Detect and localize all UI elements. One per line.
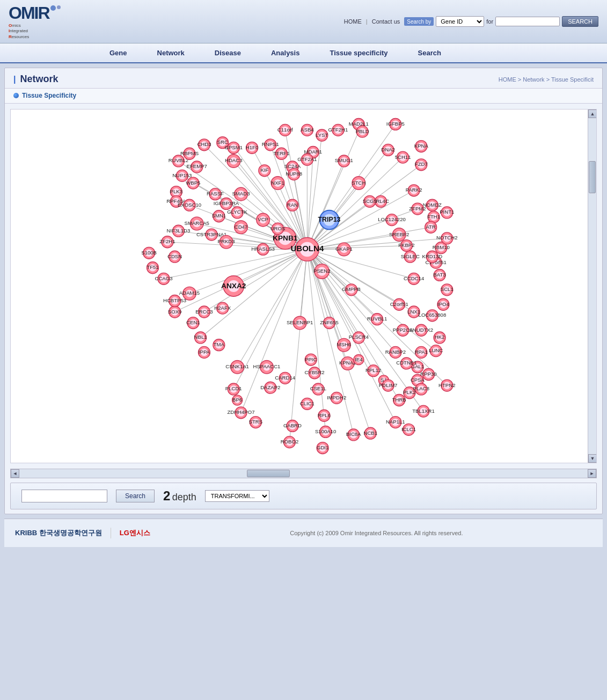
node-lyst[interactable]: LYST [316,129,328,141]
node-kpna[interactable]: KPNA [414,141,429,152]
node-rpa1[interactable]: RPA1 [415,347,428,359]
scrollbar-track[interactable] [588,118,596,454]
node-ccdc14[interactable]: CCDC14 [404,273,425,285]
node-ie4[interactable]: IE4 [354,355,364,365]
node-nbl1[interactable]: NBL1 [194,332,207,344]
node-dazap2[interactable]: DAZAP2 [260,382,280,393]
node-bp6[interactable]: BP6 [232,395,243,405]
node-pbld[interactable]: PBLD [356,126,369,137]
node-robo2[interactable]: ROBO2 [281,436,299,448]
node-scg5[interactable]: SCG5 [363,196,377,208]
node-fkbp2[interactable]: FKBP2 [398,240,414,252]
node-ppic[interactable]: PPIC [305,354,317,366]
nav-disease[interactable]: Disease [200,43,256,62]
contact-link[interactable]: Contact us [372,18,400,25]
search-for-input[interactable] [495,17,560,26]
home-link[interactable]: HOME [344,18,362,25]
node-loc653808[interactable]: LOC653808 [419,310,447,322]
scroll-down-button[interactable]: ▼ [588,454,597,463]
node-cyb5r2[interactable]: CYB5R2 [304,367,324,379]
node-tf51[interactable]: TF51 [147,262,158,274]
tissue-specificity-tab[interactable]: Tissue Specificity [13,92,76,99]
node-s100a10[interactable]: S100A10 [315,426,336,438]
node-asb4[interactable]: ASB4 [301,125,314,136]
node-msh6[interactable]: MSH6 [337,339,352,352]
node-kif[interactable]: KIF [259,165,270,177]
node-sreebf2[interactable]: SREBF2 [389,228,409,242]
node-vcp[interactable]: VCP [257,213,270,227]
node-anxa2[interactable]: ANXA2 [221,276,246,296]
node-rassf[interactable]: RASSF [207,188,224,200]
transform-select[interactable]: TRANSFORMI... TGFB1 TGFB2 SMAD3 [205,490,269,502]
node-ccag3[interactable]: CCAG3 [155,273,173,285]
node-ruvbl1[interactable]: RUVBL1 [367,313,387,325]
scroll-left-button[interactable]: ◄ [11,469,19,478]
node-cse1l[interactable]: CSE1L [310,383,327,395]
node-gabrd[interactable]: GABRD [283,420,302,432]
node-tma[interactable]: TMA [213,339,225,351]
node-hk2[interactable]: HK2 [434,332,445,344]
node-ipo4[interactable]: IPO4 [437,298,450,310]
node-hdac3[interactable]: HDAC3 [225,155,242,168]
gene-id-select[interactable]: Gene ID Gene Name Disease Tissue [436,16,484,27]
node-hspaacc1[interactable]: HSPAACC1 [253,361,280,374]
node-h1f0[interactable]: H1F0 [246,142,258,154]
node-fzd7[interactable]: FZD7 [415,159,428,171]
top-search-button[interactable]: SEARCH [562,16,598,27]
node-pint1[interactable]: PINT1 [440,207,454,218]
network-visualization[interactable]: C11orf ASB4 MAD2L1 GTF2H1 [10,109,597,463]
node-prkd3[interactable]: PRKD3 [218,236,235,249]
node-iclc1[interactable]: ICLC1 [401,424,416,436]
scrollbar-thumb[interactable] [589,161,596,193]
node-loc124220[interactable]: LOC124220 [378,214,406,226]
node-smad3[interactable]: SMAD3 [232,187,250,201]
node-rnps1[interactable]: RNPS1 [262,139,279,151]
node-terf1[interactable]: TERF1 [273,148,289,159]
hscrollbar-thumb[interactable] [247,470,290,477]
node-smug1[interactable]: SMUG1 [335,155,353,167]
node-ran[interactable]: RAN [287,199,298,211]
node-ranbp2[interactable]: RANBP2 [385,347,406,359]
node-gtf2h1[interactable]: GTF2H1 [328,125,348,136]
node-card14[interactable]: CARD14 [275,373,295,384]
node-rpl6[interactable]: RPL6 [318,410,331,421]
node-scl1[interactable]: SCL1 [441,284,454,296]
nav-tissue-specificity[interactable]: Tissue specificity [315,43,403,62]
nav-analysis[interactable]: Analysis [256,43,315,62]
node-znf655[interactable]: ZNF655 [320,317,339,329]
node-selenbp1[interactable]: SELENBP1 [287,316,313,330]
node-hrasls3[interactable]: HRASLS3 [251,244,275,256]
node-snudtx2[interactable]: SNUDTX2 [409,324,433,336]
node-stch[interactable]: STCH [352,177,365,190]
node-fth1[interactable]: FTH1 [427,211,440,223]
node-ncb1[interactable]: NCB1 [363,427,377,439]
node-htpn2[interactable]: HTPN2 [438,380,455,391]
nav-network[interactable]: Network [142,43,200,62]
node-park2[interactable]: PARK2 [406,185,422,196]
node-plscr4[interactable]: PLSCR4 [349,332,369,344]
horizontal-scrollbar[interactable]: ◄ ► [10,469,597,478]
node-gdi1[interactable]: GDI1 [317,442,328,454]
node-cd47[interactable]: CD47 [235,221,248,234]
node-bic8a[interactable]: BIC8A [346,429,361,441]
node-csnk1a1[interactable]: CSNK1A1 [225,361,249,374]
node-chd3[interactable]: CHD3 [197,139,211,151]
node-smn1[interactable]: SMN1 [212,210,226,222]
scroll-right-button[interactable]: ► [588,469,596,478]
node-hcbtp53[interactable]: HCBTP53 [163,295,186,307]
node-zdhh4po7[interactable]: ZDHH4PO7 [227,407,254,419]
scroll-up-button[interactable]: ▲ [588,110,597,118]
node-dna2[interactable]: DNA2 [381,144,395,156]
nav-search[interactable]: Search [403,43,456,62]
node-zf2h1[interactable]: ZF2H1 [159,236,175,248]
node-nxf1[interactable]: NXF1 [271,177,284,190]
node-strs[interactable]: STRS [249,417,263,428]
node-bat3[interactable]: BAT3 [433,269,445,281]
node-search-button[interactable]: Search [116,490,155,502]
node-c11orf54[interactable]: C11orf [277,125,293,136]
node-search-input[interactable] [21,490,107,502]
node-siglec[interactable]: SIGLEC [401,251,420,262]
node-nif3l1d3[interactable]: NIF3L1D3 [167,225,191,237]
node-ercc3[interactable]: ERCC3 [195,306,213,318]
nav-gene[interactable]: Gene [94,43,142,62]
